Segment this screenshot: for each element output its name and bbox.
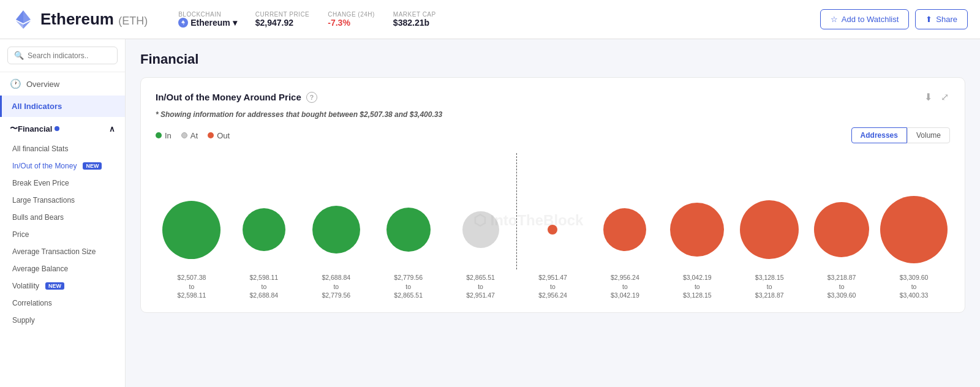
price-range-label-7: $3,042.19to$3,128.15 xyxy=(683,273,712,300)
divider-line-container: Current Price: $2,947.92 xyxy=(516,153,518,269)
price-range-label-8: $3,128.15to$3,218.87 xyxy=(755,273,784,300)
in-dot-icon xyxy=(156,132,162,138)
info-text: * Showing information for addresses that… xyxy=(156,110,950,119)
bubble-col-0: $2,507.38to$2,598.11 xyxy=(156,190,228,300)
bubble-circle-6 xyxy=(603,208,646,251)
toggle-volume-button[interactable]: Volume xyxy=(907,127,950,143)
sidebar-item-bulls-bears[interactable]: Bulls and Bears xyxy=(0,209,125,226)
card-header: In/Out of the Money Around Price ? ⬇ ⤢ xyxy=(156,90,950,104)
bubble-circle-2 xyxy=(312,206,360,254)
current-price-meta: CURRENT PRICE $2,947.92 xyxy=(255,11,310,28)
bubble-col-6: $2,956.24to$3,042.19 xyxy=(589,190,661,300)
price-range-label-4: $2,865.51to$2,951.47 xyxy=(466,273,495,300)
bubble-col-7: $3,042.19to$3,128.15 xyxy=(661,190,733,300)
price-range-label-5: $2,951.47to$2,956.24 xyxy=(538,273,567,300)
bubble-col-9: $3,218.87to$3,309.60 xyxy=(805,190,878,300)
bubble-wrap-1 xyxy=(228,190,300,269)
share-button[interactable]: ⬆ Share xyxy=(915,9,968,29)
price-range-label-0: $2,507.38to$2,598.11 xyxy=(178,273,206,300)
bubble-col-10: $3,309.60to$3,400.33 xyxy=(878,190,950,300)
search-box: 🔍 xyxy=(0,39,125,72)
logo-title: Ethereum (ETH) xyxy=(40,10,148,29)
legend-out: Out xyxy=(208,131,230,140)
sidebar-item-avg-transaction-size[interactable]: Average Transaction Size xyxy=(0,243,125,260)
bubble-wrap-9 xyxy=(805,190,878,269)
bubble-circle-3 xyxy=(386,208,431,252)
price-range-label-9: $3,218.87to$3,309.60 xyxy=(827,273,856,300)
sidebar-item-break-even-price[interactable]: Break Even Price xyxy=(0,175,125,192)
sidebar-item-supply[interactable]: Supply xyxy=(0,312,125,329)
main-content: Financial In/Out of the Money Around Pri… xyxy=(126,39,980,387)
toggle-addresses-button[interactable]: Addresses xyxy=(851,127,907,143)
financial-dot xyxy=(55,126,59,131)
bubble-wrap-6 xyxy=(589,190,661,269)
card-title: In/Out of the Money Around Price ? xyxy=(156,92,317,103)
bubble-circle-0 xyxy=(162,201,221,259)
change-meta: CHANGE (24H) -7.3% xyxy=(328,11,375,28)
legend: In At Out Addresses Volume xyxy=(156,127,950,143)
bubble-wrap-8 xyxy=(733,190,805,269)
svg-marker-4 xyxy=(181,20,185,24)
bubble-wrap-10 xyxy=(878,190,950,269)
price-range-label-1: $2,598.11to$2,688.84 xyxy=(250,273,279,300)
sidebar-item-all-indicators[interactable]: All Indicators xyxy=(0,96,125,117)
at-dot-icon xyxy=(181,132,187,138)
eth-badge-icon xyxy=(178,18,188,28)
chevron-up-icon: ∧ xyxy=(109,124,115,133)
market-cap-meta: MARKET CAP $382.21b xyxy=(393,11,436,28)
bubble-circle-1 xyxy=(243,208,285,251)
legend-in: In xyxy=(156,131,172,140)
toggle-group: Addresses Volume xyxy=(851,127,950,143)
bubble-circle-10 xyxy=(880,196,948,263)
sidebar: 🔍 🕐 Overview All Indicators 〜 Financial … xyxy=(0,39,126,387)
search-input[interactable] xyxy=(28,51,111,60)
legend-at: At xyxy=(181,131,198,140)
add-to-watchlist-button[interactable]: ☆ Add to Watchlist xyxy=(820,9,909,29)
bubble-chart: $2,507.38to$2,598.11$2,598.11to$2,688.84… xyxy=(156,153,950,300)
trend-icon: 〜 xyxy=(10,123,18,134)
bubble-circle-9 xyxy=(814,202,869,257)
sidebar-section-financial[interactable]: 〜 Financial ∧ xyxy=(0,117,125,140)
bubble-col-8: $3,128.15to$3,218.87 xyxy=(733,190,805,300)
card-actions: ⬇ ⤢ xyxy=(923,90,950,104)
chevron-down-icon: ▾ xyxy=(233,18,237,28)
blockchain-meta: BLOCKCHAIN Ethereum ▾ xyxy=(178,11,237,28)
sidebar-item-overview[interactable]: 🕐 Overview xyxy=(0,72,125,96)
clock-icon: 🕐 xyxy=(10,78,21,89)
download-button[interactable]: ⬇ xyxy=(923,90,933,104)
search-input-wrap[interactable]: 🔍 xyxy=(7,47,118,64)
sidebar-item-avg-balance[interactable]: Average Balance xyxy=(0,260,125,277)
header-actions: ☆ Add to Watchlist ⬆ Share xyxy=(820,9,968,29)
bubble-circle-8 xyxy=(740,200,799,259)
bubble-wrap-4: Current Price: $2,947.92 xyxy=(445,190,517,269)
bubble-col-1: $2,598.11to$2,688.84 xyxy=(228,190,300,300)
search-icon: 🔍 xyxy=(14,51,24,60)
sidebar-item-volatility[interactable]: Volatility NEW xyxy=(0,277,125,295)
sidebar-item-large-transactions[interactable]: Large Transactions xyxy=(0,192,125,209)
expand-button[interactable]: ⤢ xyxy=(940,90,950,104)
price-range-label-2: $2,688.84to$2,779.56 xyxy=(322,273,350,300)
sidebar-item-correlations[interactable]: Correlations xyxy=(0,295,125,312)
price-range-label-3: $2,779.56to$2,865.51 xyxy=(394,273,423,300)
bubble-wrap-3 xyxy=(372,190,445,269)
bubble-circle-7 xyxy=(670,203,724,257)
bubble-circle-5 xyxy=(548,225,557,235)
svg-marker-1 xyxy=(16,10,23,23)
header-meta: BLOCKCHAIN Ethereum ▾ CURRENT PRICE $2,9… xyxy=(178,11,436,28)
header: Ethereum (ETH) BLOCKCHAIN Ethereum ▾ CUR… xyxy=(0,0,980,39)
out-dot-icon xyxy=(208,132,214,138)
blockchain-selector[interactable]: Ethereum ▾ xyxy=(178,18,237,28)
sidebar-item-all-financial-stats[interactable]: All financial Stats xyxy=(0,140,125,157)
bubble-col-5: $2,951.47to$2,956.24 xyxy=(517,190,589,300)
help-icon[interactable]: ? xyxy=(306,92,317,103)
share-icon: ⬆ xyxy=(925,15,932,24)
bubble-wrap-0 xyxy=(156,190,228,269)
bubble-wrap-2 xyxy=(300,190,372,269)
bubble-col-4: Current Price: $2,947.92$2,865.51to$2,95… xyxy=(445,190,517,300)
sidebar-item-in-out-money[interactable]: In/Out of the Money NEW xyxy=(0,157,125,175)
new-badge: NEW xyxy=(83,162,102,170)
sidebar-item-price[interactable]: Price xyxy=(0,226,125,243)
ethereum-logo-icon xyxy=(12,9,34,31)
current-price-divider-line xyxy=(516,153,518,269)
price-range-label-10: $3,309.60to$3,400.33 xyxy=(900,273,929,300)
